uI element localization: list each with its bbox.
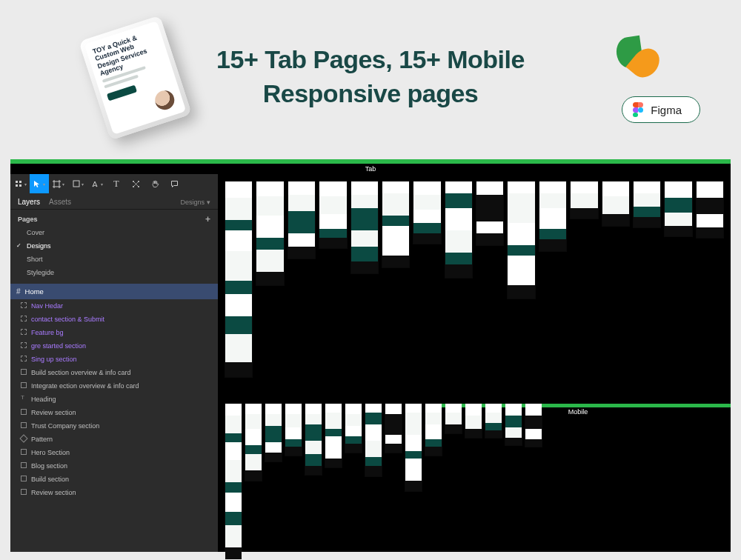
layer-item[interactable]: gre started section bbox=[10, 339, 218, 353]
artboard-section bbox=[225, 460, 242, 482]
artboard[interactable] bbox=[405, 404, 422, 491]
rect-icon bbox=[21, 409, 27, 415]
artboard[interactable] bbox=[508, 181, 534, 299]
artboard[interactable] bbox=[225, 181, 252, 377]
artboard-section bbox=[665, 181, 691, 198]
artboard[interactable] bbox=[445, 181, 472, 278]
artboard-section bbox=[319, 196, 346, 214]
artboard-section bbox=[485, 413, 502, 423]
figma-canvas[interactable]: Mobile bbox=[218, 174, 731, 552]
artboard[interactable] bbox=[351, 181, 378, 273]
artboard-section bbox=[382, 193, 409, 216]
tab-assets[interactable]: Assets bbox=[49, 198, 71, 206]
layer-label: Build section overview & info card bbox=[31, 369, 131, 376]
artboard-section bbox=[525, 404, 542, 416]
artboard-section bbox=[225, 442, 242, 460]
artboard[interactable] bbox=[485, 404, 502, 438]
layer-item[interactable]: Nav Hedar bbox=[10, 299, 218, 313]
artboard-section bbox=[525, 439, 542, 447]
layer-item[interactable]: Build section overview & info card bbox=[10, 366, 218, 379]
artboard[interactable] bbox=[325, 404, 342, 467]
add-page-button[interactable]: + bbox=[205, 216, 210, 223]
artboard[interactable] bbox=[571, 181, 597, 219]
artboard[interactable] bbox=[476, 181, 503, 245]
svg-rect-3 bbox=[19, 184, 21, 187]
artboard-section bbox=[508, 181, 534, 193]
artboard-section bbox=[265, 414, 282, 426]
layer-item[interactable]: Sing up section bbox=[10, 353, 218, 366]
layer-item[interactable]: Review section bbox=[10, 486, 218, 499]
resize-tool[interactable] bbox=[126, 174, 145, 193]
artboard[interactable] bbox=[505, 404, 522, 445]
artboard[interactable] bbox=[225, 404, 242, 559]
artboard[interactable] bbox=[465, 404, 482, 438]
pen-tool[interactable] bbox=[87, 174, 107, 193]
page-item[interactable]: Stylegide bbox=[10, 266, 218, 279]
layer-label: Nav Hedar bbox=[31, 302, 63, 310]
selected-frame-row[interactable]: # Home bbox=[10, 284, 218, 299]
comment-tool[interactable] bbox=[165, 174, 184, 193]
layer-item[interactable]: Build section bbox=[10, 473, 218, 486]
artboard-section bbox=[425, 413, 442, 424]
page-item[interactable]: Designs bbox=[10, 239, 218, 253]
artboard-section bbox=[405, 481, 422, 491]
artboard[interactable] bbox=[305, 404, 322, 475]
artboard[interactable] bbox=[365, 404, 382, 476]
selected-frame-name: Home bbox=[25, 287, 44, 296]
artboard[interactable] bbox=[539, 181, 566, 251]
artboard-section bbox=[225, 482, 242, 493]
hand-tool[interactable] bbox=[145, 174, 165, 193]
figma-menu-button[interactable] bbox=[10, 174, 30, 193]
artboard[interactable] bbox=[385, 404, 402, 453]
figma-badge[interactable]: Figma bbox=[622, 96, 700, 123]
move-tool[interactable] bbox=[30, 174, 49, 193]
artboard[interactable] bbox=[665, 181, 691, 236]
page-item[interactable]: Cover bbox=[10, 226, 218, 239]
artboard[interactable] bbox=[445, 404, 462, 433]
layer-item[interactable]: Heading bbox=[10, 393, 218, 406]
layer-item[interactable]: Integrate ection overview & info card bbox=[10, 379, 218, 393]
layer-item[interactable]: Review section bbox=[10, 406, 218, 419]
artboard[interactable] bbox=[697, 181, 723, 238]
artboard-section bbox=[365, 413, 382, 424]
artboard[interactable] bbox=[634, 181, 660, 227]
artboard[interactable] bbox=[245, 404, 262, 481]
artboard-section bbox=[256, 216, 283, 238]
figma-editor: Tab T Layers As bbox=[10, 159, 731, 552]
layer-label: Heading bbox=[31, 396, 56, 403]
artboard[interactable] bbox=[265, 404, 282, 461]
artboard[interactable] bbox=[256, 181, 283, 285]
artboard[interactable] bbox=[345, 404, 362, 453]
page-switcher[interactable]: Designs ▾ bbox=[180, 199, 210, 206]
artboard[interactable] bbox=[413, 181, 440, 244]
artboard[interactable] bbox=[525, 404, 542, 447]
tab-layers[interactable]: Layers bbox=[18, 198, 40, 206]
text-icon: T bbox=[113, 179, 119, 190]
artboard-section bbox=[385, 435, 402, 444]
layer-label: Trust Company section bbox=[31, 422, 99, 430]
artboard[interactable] bbox=[602, 181, 629, 226]
svg-rect-0 bbox=[16, 181, 18, 183]
artboard[interactable] bbox=[382, 181, 409, 267]
artboard[interactable] bbox=[425, 404, 442, 456]
frame-tool[interactable] bbox=[49, 174, 68, 193]
left-panel: Layers Assets Designs ▾ Pages + CoverDes… bbox=[10, 193, 218, 552]
artboard-section bbox=[225, 316, 252, 334]
text-tool[interactable]: T bbox=[107, 174, 126, 193]
shape-tool[interactable] bbox=[68, 174, 87, 193]
layer-item[interactable]: Blog section bbox=[10, 459, 218, 473]
artboard-section bbox=[697, 198, 723, 214]
layer-item[interactable]: Feature bg bbox=[10, 326, 218, 339]
artboard-section bbox=[425, 424, 442, 439]
layer-item[interactable]: contact section & Submit bbox=[10, 313, 218, 326]
artboard[interactable] bbox=[288, 181, 315, 259]
artboard[interactable] bbox=[285, 404, 302, 456]
artboard-section bbox=[319, 214, 346, 229]
layer-item[interactable]: Pattern bbox=[10, 433, 218, 446]
page-item[interactable]: Short bbox=[10, 253, 218, 266]
layer-item[interactable]: Trust Company section bbox=[10, 419, 218, 433]
artboard-section bbox=[319, 238, 346, 248]
layer-item[interactable]: Hero Section bbox=[10, 446, 218, 459]
pages-header: Pages + bbox=[10, 210, 218, 226]
artboard[interactable] bbox=[319, 181, 346, 248]
